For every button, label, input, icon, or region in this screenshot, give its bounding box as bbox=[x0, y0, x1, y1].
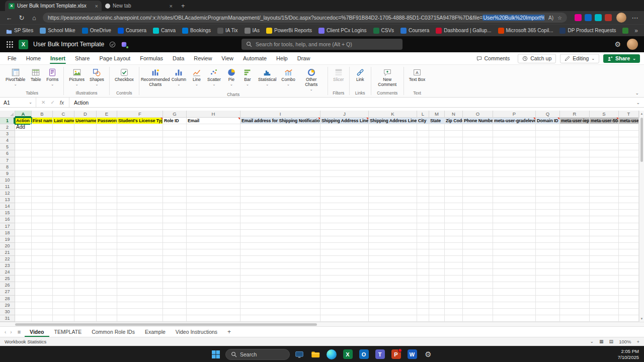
cell-K7[interactable] bbox=[369, 157, 417, 164]
cell-I14[interactable] bbox=[240, 203, 320, 210]
cell-M23[interactable] bbox=[429, 262, 445, 269]
horizontal-scrollbar[interactable] bbox=[0, 322, 644, 326]
cell-A4[interactable] bbox=[15, 137, 32, 144]
cell-B18[interactable] bbox=[32, 230, 53, 236]
cell-D1[interactable]: Username bbox=[74, 118, 97, 124]
cell-I28[interactable] bbox=[240, 296, 320, 302]
cell-F27[interactable] bbox=[117, 289, 163, 295]
address-bar[interactable]: https://pearsoneducationinc.sharepoint.c… bbox=[43, 13, 567, 23]
cell-O14[interactable] bbox=[463, 203, 493, 210]
cell-L5[interactable] bbox=[417, 144, 429, 150]
cell-O11[interactable] bbox=[463, 184, 493, 190]
cell-P12[interactable] bbox=[493, 190, 536, 197]
cell-K11[interactable] bbox=[369, 184, 417, 190]
cell-G11[interactable] bbox=[163, 184, 187, 190]
cell-S31[interactable] bbox=[590, 315, 619, 322]
cell-G19[interactable] bbox=[163, 236, 187, 243]
cell-E29[interactable] bbox=[97, 302, 117, 309]
cell-A20[interactable] bbox=[15, 243, 32, 249]
cell-F18[interactable] bbox=[117, 230, 163, 236]
cell-O26[interactable] bbox=[463, 282, 493, 289]
cell-O18[interactable] bbox=[463, 230, 493, 236]
cell-S18[interactable] bbox=[590, 230, 619, 236]
cell-S4[interactable] bbox=[590, 137, 619, 144]
cell-O4[interactable] bbox=[463, 137, 493, 144]
cell-G2[interactable] bbox=[163, 124, 187, 131]
cell-T20[interactable] bbox=[619, 243, 639, 249]
cell-J14[interactable] bbox=[320, 203, 369, 210]
cell-N18[interactable] bbox=[445, 230, 463, 236]
document-title[interactable]: User Bulk Import Template bbox=[33, 41, 104, 48]
cell-F21[interactable] bbox=[117, 249, 163, 256]
cell-H21[interactable] bbox=[187, 249, 240, 256]
cell-M20[interactable] bbox=[429, 243, 445, 249]
taskbar-app-edge[interactable] bbox=[325, 348, 338, 361]
column-header-T[interactable]: T bbox=[619, 111, 639, 118]
cell-T12[interactable] bbox=[619, 190, 639, 197]
cell-I18[interactable] bbox=[240, 230, 320, 236]
cell-Q14[interactable] bbox=[536, 203, 560, 210]
cell-E1[interactable]: Password bbox=[97, 118, 117, 124]
column-header-D[interactable]: D bbox=[74, 111, 97, 118]
cell-N10[interactable] bbox=[445, 177, 463, 184]
cell-T23[interactable] bbox=[619, 262, 639, 269]
column-header-B[interactable]: B bbox=[32, 111, 53, 118]
cell-G25[interactable] bbox=[163, 276, 187, 282]
cell-B20[interactable] bbox=[32, 243, 53, 249]
cell-C15[interactable] bbox=[53, 210, 74, 216]
cell-F13[interactable] bbox=[117, 197, 163, 203]
cell-A24[interactable] bbox=[15, 269, 32, 276]
new-tab-button[interactable]: + bbox=[176, 2, 190, 10]
cell-K28[interactable] bbox=[369, 296, 417, 302]
ribbon-button-pie[interactable]: Pie⌄ bbox=[223, 66, 239, 86]
bookmark-item[interactable]: Bookings bbox=[182, 28, 211, 34]
cell-O2[interactable] bbox=[463, 124, 493, 131]
cell-A22[interactable] bbox=[15, 256, 32, 262]
cell-D9[interactable] bbox=[74, 170, 97, 177]
cell-S10[interactable] bbox=[590, 177, 619, 184]
menu-tab-page-layout[interactable]: Page Layout bbox=[99, 53, 131, 63]
cell-K6[interactable] bbox=[369, 150, 417, 157]
cell-R4[interactable] bbox=[560, 137, 590, 144]
cell-B21[interactable] bbox=[32, 249, 53, 256]
cell-I21[interactable] bbox=[240, 249, 320, 256]
cell-J21[interactable] bbox=[320, 249, 369, 256]
bookmark-item[interactable]: School Mike bbox=[40, 28, 75, 34]
cell-N25[interactable] bbox=[445, 276, 463, 282]
cell-K29[interactable] bbox=[369, 302, 417, 309]
cell-A5[interactable] bbox=[15, 144, 32, 150]
cell-F3[interactable] bbox=[117, 131, 163, 137]
ribbon-button-link[interactable]: Link bbox=[352, 66, 368, 83]
cell-E16[interactable] bbox=[97, 216, 117, 223]
cell-L14[interactable] bbox=[417, 203, 429, 210]
sheet-tab-video-instructions[interactable]: Video Instructions bbox=[171, 327, 222, 337]
cell-A16[interactable] bbox=[15, 216, 32, 223]
cell-S21[interactable] bbox=[590, 249, 619, 256]
cell-N27[interactable] bbox=[445, 289, 463, 295]
bookmark-item[interactable]: SP Sites bbox=[6, 28, 33, 34]
cell-H3[interactable] bbox=[187, 131, 240, 137]
cell-P4[interactable] bbox=[493, 137, 536, 144]
bookmark-item[interactable]: Dashboard | Gallup... bbox=[436, 28, 491, 34]
enter-icon[interactable]: ✓ bbox=[50, 100, 54, 105]
cell-K12[interactable] bbox=[369, 190, 417, 197]
cell-M9[interactable] bbox=[429, 170, 445, 177]
cell-S7[interactable] bbox=[590, 157, 619, 164]
cell-T7[interactable] bbox=[619, 157, 639, 164]
cell-B8[interactable] bbox=[32, 164, 53, 170]
cell-J6[interactable] bbox=[320, 150, 369, 157]
cell-N13[interactable] bbox=[445, 197, 463, 203]
cell-C24[interactable] bbox=[53, 269, 74, 276]
cell-N26[interactable] bbox=[445, 282, 463, 289]
cell-R9[interactable] bbox=[560, 170, 590, 177]
row-header-16[interactable]: 16 bbox=[0, 216, 15, 223]
column-header-L[interactable]: L bbox=[417, 111, 429, 118]
cell-I30[interactable] bbox=[240, 309, 320, 315]
column-header-E[interactable]: E bbox=[97, 111, 117, 118]
cell-D23[interactable] bbox=[74, 262, 97, 269]
cell-J15[interactable] bbox=[320, 210, 369, 216]
cell-A6[interactable] bbox=[15, 150, 32, 157]
cell-F12[interactable] bbox=[117, 190, 163, 197]
cell-I7[interactable] bbox=[240, 157, 320, 164]
cell-A19[interactable] bbox=[15, 236, 32, 243]
